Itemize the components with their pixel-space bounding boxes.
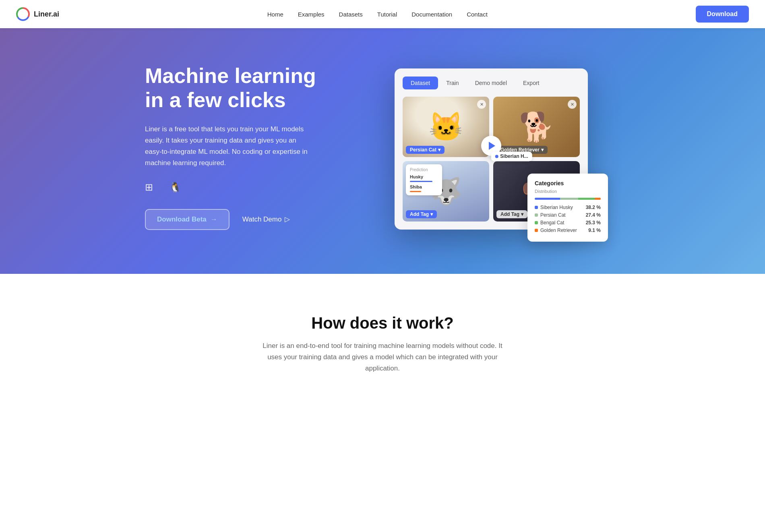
husky-label-text: Add Tag (410, 211, 429, 217)
close-persian-button[interactable]: ✕ (477, 100, 486, 109)
siberian-label: Siberian Husky (540, 205, 573, 210)
play-triangle-icon (489, 142, 495, 150)
siberian-badge: Siberian H... (491, 151, 532, 161)
cat-row-bengal: Bengal Cat 25.3 % (535, 220, 601, 226)
add-tag-chevron: ▾ (430, 211, 433, 217)
nav-datasets[interactable]: Datasets (339, 11, 363, 18)
hero-left: Machine learning in a few clicks Liner i… (145, 64, 338, 230)
bar-golden (595, 198, 601, 200)
bengal-name: Bengal Cat (535, 220, 564, 226)
siberian-dot (495, 155, 498, 158)
cat-row-golden: Golden Retriever 9.1 % (535, 228, 601, 233)
how-title: How does it work? (16, 314, 749, 332)
shiba-prediction: Shiba (410, 184, 438, 190)
cat-row-persian: Persian Cat 27.4 % (535, 212, 601, 218)
hero-title: Machine learning in a few clicks (145, 64, 338, 112)
categories-subtitle: Distribution (535, 189, 601, 194)
bar-siberian (535, 198, 560, 200)
golden-name: Golden Retriever (535, 228, 577, 233)
image-cell-husky: 🐺 Prediction Husky Shiba Add Tag ▾ (403, 161, 489, 221)
categories-title: Categories (535, 180, 601, 186)
husky-label[interactable]: Add Tag ▾ (406, 210, 437, 218)
nav-download-button[interactable]: Download (696, 6, 749, 23)
image-cell-golden: 🐕 ✕ Golden Retriever ▾ (493, 97, 580, 157)
hero-description: Liner is a free tool that lets you train… (145, 124, 314, 169)
tab-export[interactable]: Export (515, 77, 547, 89)
siberian-color-dot (535, 206, 538, 209)
blackdog-chevron: ▾ (521, 211, 523, 217)
husky-bar (410, 181, 432, 182)
persian-label[interactable]: Persian Cat ▾ (406, 146, 445, 154)
siberian-pct: 38.2 % (586, 205, 601, 210)
download-beta-label: Download Beta (157, 215, 207, 224)
bengal-label: Bengal Cat (540, 220, 564, 226)
image-cell-persian: 🐱 ✕ Persian Cat ▾ (403, 97, 489, 157)
close-golden-button[interactable]: ✕ (568, 100, 577, 109)
persian-color-dot (535, 213, 538, 217)
chevron-down-icon: ▾ (438, 147, 440, 153)
how-description: Liner is an end-to-end tool for training… (262, 340, 503, 374)
tab-train[interactable]: Train (438, 77, 467, 89)
download-beta-button[interactable]: Download Beta → (145, 209, 229, 230)
persian-cat-label: Persian Cat (540, 212, 566, 218)
tab-dataset[interactable]: Dataset (403, 77, 438, 89)
nav-links: Home Examples Datasets Tutorial Document… (267, 11, 488, 18)
distribution-bar (535, 198, 601, 200)
persian-pct: 27.4 % (586, 212, 601, 218)
prediction-title: Prediction (410, 168, 438, 172)
siberian-name: Siberian Husky (535, 205, 573, 210)
logo[interactable]: Liner.ai (16, 7, 59, 21)
nav-documentation[interactable]: Documentation (411, 11, 452, 18)
navbar: Liner.ai Home Examples Datasets Tutorial… (0, 0, 765, 28)
blackdog-add-tag[interactable]: Add Tag ▾ (496, 210, 527, 218)
logo-text: Liner.ai (34, 10, 59, 19)
bar-bengal (578, 198, 595, 200)
logo-icon (16, 7, 30, 21)
cat-row-siberian: Siberian Husky 38.2 % (535, 205, 601, 210)
categories-card: Categories Distribution Siberian Husky (527, 174, 608, 242)
nav-home[interactable]: Home (267, 11, 283, 18)
app-tabs: Dataset Train Demo model Export (403, 77, 580, 89)
how-section: How does it work? Liner is an end-to-end… (0, 274, 765, 406)
windows-icon: ⊞ (145, 182, 153, 193)
watch-demo-label: Watch Demo (242, 215, 282, 224)
persian-label-text: Persian Cat (410, 147, 436, 153)
watch-demo-button[interactable]: Watch Demo ▷ (242, 215, 290, 224)
golden-pct: 9.1 % (588, 228, 601, 233)
nav-contact[interactable]: Contact (467, 11, 488, 18)
blackdog-add-tag-text: Add Tag (500, 211, 519, 217)
linux-icon: 🐧 (169, 182, 181, 193)
bengal-color-dot (535, 221, 538, 224)
golden-chevron-icon: ▾ (541, 147, 544, 153)
nav-tutorial[interactable]: Tutorial (377, 11, 397, 18)
bar-persian (560, 198, 578, 200)
husky-prediction: Husky (410, 174, 438, 180)
hero-section: Machine learning in a few clicks Liner i… (0, 0, 765, 274)
golden-retriever-label: Golden Retriever (540, 228, 577, 233)
nav-examples[interactable]: Examples (298, 11, 325, 18)
tab-demo-model[interactable]: Demo model (467, 77, 515, 89)
hero-actions: Download Beta → Watch Demo ▷ (145, 209, 338, 230)
siberian-text: Siberian H... (500, 153, 528, 159)
shiba-bar (410, 191, 421, 192)
persian-name: Persian Cat (535, 212, 566, 218)
os-icons: ⊞ 🐧 (145, 182, 338, 193)
prediction-card: Prediction Husky Shiba (406, 164, 442, 195)
bengal-pct: 25.3 % (586, 220, 601, 226)
golden-color-dot (535, 229, 538, 232)
arrow-right-icon: → (211, 215, 217, 224)
play-icon: ▷ (285, 215, 290, 224)
hero-right: Dataset Train Demo model Export 🐱 ✕ Pers… (362, 64, 620, 230)
app-mockup: Dataset Train Demo model Export 🐱 ✕ Pers… (395, 68, 588, 230)
